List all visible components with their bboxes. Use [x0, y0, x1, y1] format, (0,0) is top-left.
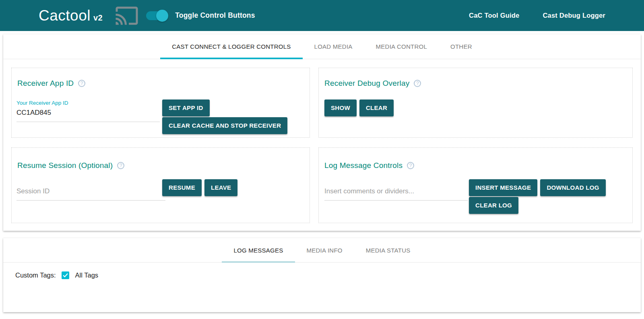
tab-media-control[interactable]: MEDIA CONTROL: [364, 34, 439, 59]
controls-cards: Receiver App ID ? Your Receiver App ID S…: [3, 59, 641, 223]
log-message-field: [324, 186, 468, 201]
app-title: Cactool v2: [39, 7, 103, 24]
cast-icon: [115, 4, 139, 28]
link-cac-tool-guide[interactable]: CaC Tool Guide: [469, 12, 519, 19]
insert-message-button[interactable]: INSERT MESSAGE: [469, 179, 537, 196]
log-message-input[interactable]: [324, 186, 468, 201]
toggle-label: Toggle Control Buttons: [175, 11, 255, 20]
log-message-controls-card: Log Message Controls ? INSERT MESSAGE DO…: [318, 147, 633, 223]
receiver-app-id-buttons: SET APP ID CLEAR CACHE AND STOP RECEIVER: [162, 99, 287, 134]
resume-button[interactable]: RESUME: [162, 179, 202, 196]
app-version: v2: [93, 13, 103, 23]
controls-panel: CAST CONNECT & LOGGER CONTROLS LOAD MEDI…: [3, 34, 641, 231]
clear-log-button[interactable]: CLEAR LOG: [469, 197, 518, 214]
download-log-button[interactable]: DOWNLOAD LOG: [540, 179, 605, 196]
log-message-buttons: INSERT MESSAGE DOWNLOAD LOG CLEAR LOG: [469, 179, 606, 214]
header-links: CaC Tool Guide Cast Debug Logger: [469, 12, 605, 19]
tab-cast-connect-logger-controls[interactable]: CAST CONNECT & LOGGER CONTROLS: [160, 34, 302, 59]
receiver-app-id-input[interactable]: [17, 108, 160, 122]
log-message-controls-title: Log Message Controls ?: [324, 161, 414, 170]
debug-overlay-buttons: SHOW CLEAR: [324, 99, 394, 116]
log-tab-bar: LOG MESSAGES MEDIA INFO MEDIA STATUS: [3, 238, 641, 263]
session-id-field: [17, 186, 165, 201]
show-overlay-button[interactable]: SHOW: [324, 99, 357, 116]
main-tab-bar: CAST CONNECT & LOGGER CONTROLS LOAD MEDI…: [3, 34, 641, 59]
checkmark-icon: [63, 273, 68, 278]
tab-media-status[interactable]: MEDIA STATUS: [354, 238, 422, 262]
set-app-id-button[interactable]: SET APP ID: [162, 99, 210, 116]
receiver-app-id-label: Your Receiver App ID: [17, 100, 160, 106]
control-buttons-toggle[interactable]: [146, 11, 167, 20]
session-id-input[interactable]: [17, 186, 165, 201]
link-cast-debug-logger[interactable]: Cast Debug Logger: [543, 12, 605, 19]
receiver-debug-overlay-title: Receiver Debug Overlay ?: [324, 79, 421, 88]
resume-session-buttons: RESUME LEAVE: [162, 179, 237, 196]
receiver-app-id-field: Your Receiver App ID: [17, 100, 160, 122]
clear-cache-stop-receiver-button[interactable]: CLEAR CACHE AND STOP RECEIVER: [162, 117, 287, 134]
receiver-app-id-card: Receiver App ID ? Your Receiver App ID S…: [11, 68, 310, 138]
clear-overlay-button[interactable]: CLEAR: [359, 99, 394, 116]
receiver-debug-overlay-card: Receiver Debug Overlay ? SHOW CLEAR: [318, 68, 633, 138]
help-icon[interactable]: ?: [414, 80, 421, 87]
help-icon[interactable]: ?: [117, 162, 124, 169]
all-tags-checkbox[interactable]: [62, 271, 69, 279]
tab-log-messages[interactable]: LOG MESSAGES: [222, 238, 295, 262]
all-tags-label: All Tags: [75, 271, 98, 279]
app-title-text: Cactool: [39, 7, 91, 24]
tab-media-info[interactable]: MEDIA INFO: [295, 238, 354, 262]
leave-button[interactable]: LEAVE: [204, 179, 237, 196]
receiver-app-id-title: Receiver App ID ?: [17, 79, 85, 88]
help-icon[interactable]: ?: [407, 162, 414, 169]
help-icon[interactable]: ?: [78, 80, 85, 87]
tab-other[interactable]: OTHER: [439, 34, 484, 59]
resume-session-title: Resume Session (Optional) ?: [17, 161, 124, 170]
tab-load-media[interactable]: LOAD MEDIA: [303, 34, 364, 59]
toggle-thumb: [156, 10, 168, 22]
app-header: Cactool v2 Toggle Control Buttons CaC To…: [0, 0, 644, 31]
log-panel: LOG MESSAGES MEDIA INFO MEDIA STATUS Cus…: [3, 238, 641, 312]
log-filter-row: Custom Tags: All Tags: [3, 263, 641, 279]
resume-session-card: Resume Session (Optional) ? RESUME LEAVE: [11, 147, 310, 223]
custom-tags-label: Custom Tags:: [15, 271, 56, 279]
